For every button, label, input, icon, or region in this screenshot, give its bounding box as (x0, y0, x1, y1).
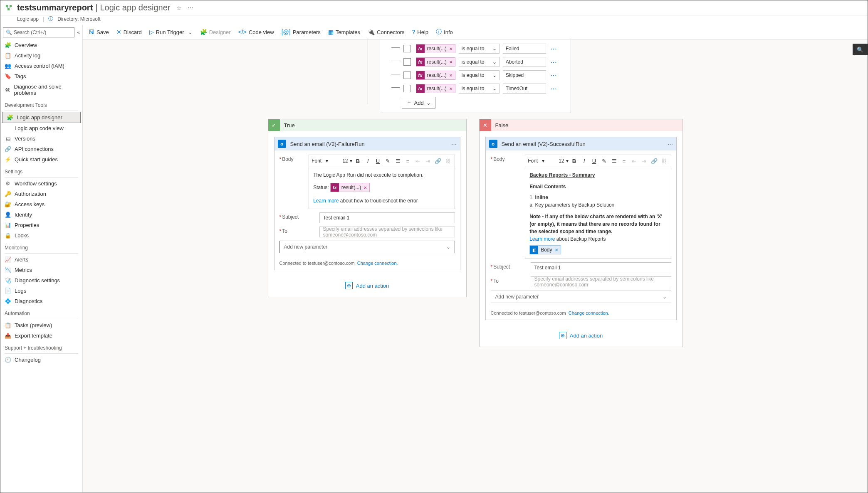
false-card-header[interactable]: o Send an email (V2)-SuccessfulRun ⋯ (486, 137, 676, 150)
highlight-icon[interactable]: ✎ (384, 157, 392, 165)
save-button[interactable]: 🖫Save (89, 29, 109, 35)
result-chip[interactable]: fx result(...) ✕ (416, 71, 455, 80)
sidebar-item-properties[interactable]: 📊Properties (0, 220, 82, 230)
numbers-icon[interactable]: ≡ (620, 157, 628, 165)
result-chip[interactable]: fx result(...) ✕ (330, 183, 370, 192)
change-connection-link[interactable]: Change connection. (357, 261, 398, 266)
remove-chip-icon[interactable]: ✕ (364, 185, 367, 191)
outdent-icon[interactable]: ⇤ (630, 157, 638, 165)
indent-icon[interactable]: ⇥ (640, 157, 648, 165)
font-select[interactable]: Font▾ (528, 158, 557, 164)
operator-select[interactable]: is equal to⌄ (459, 84, 500, 94)
sidebar-item-access-control-iam-[interactable]: 👥Access control (IAM) (0, 61, 82, 71)
discard-button[interactable]: ✕Discard (116, 29, 142, 35)
link-icon[interactable]: 🔗 (434, 157, 442, 165)
unlink-icon[interactable]: ⛓ (660, 157, 668, 165)
parameters-button[interactable]: [@]Parameters (282, 29, 321, 35)
italic-icon[interactable]: I (364, 157, 372, 165)
connectors-button[interactable]: 🔌Connectors (368, 29, 404, 35)
operator-select[interactable]: is equal to⌄ (459, 70, 500, 80)
false-branch-header[interactable]: ✕ False (480, 119, 683, 131)
favorite-icon[interactable]: ☆ (176, 5, 182, 11)
value-input[interactable]: Failed (503, 44, 546, 54)
numbers-icon[interactable]: ≡ (404, 157, 412, 165)
run-trigger-button[interactable]: ▷Run Trigger⌄ (149, 29, 193, 35)
search-input[interactable]: 🔍 Search (Ctrl+/) (3, 27, 74, 37)
add-action-true[interactable]: ⊕ Add an action (268, 276, 466, 297)
font-select[interactable]: Font▾ (312, 158, 341, 164)
collapse-sidebar-icon[interactable]: « (77, 30, 80, 35)
to-input[interactable]: Specify email addresses separated by sem… (531, 276, 671, 287)
sidebar-item-export-template[interactable]: 📤Export template (0, 330, 82, 341)
value-input[interactable]: Skipped (503, 70, 546, 80)
remove-chip-icon[interactable]: ✕ (449, 60, 453, 64)
bullets-icon[interactable]: ☰ (610, 157, 618, 165)
sidebar-item-diagnose-and-solve-problems[interactable]: 🛠Diagnose and solve problems (0, 81, 82, 98)
size-select[interactable]: 12▾ (559, 158, 568, 164)
highlight-icon[interactable]: ✎ (600, 157, 608, 165)
rte-content[interactable]: The Logic App Run did not execute to com… (309, 167, 454, 209)
help-button[interactable]: ?Help (412, 29, 429, 35)
sidebar-item-logic-app-code-view[interactable]: Logic app code view (0, 123, 82, 133)
code-view-button[interactable]: </>Code view (238, 29, 274, 35)
row-more-icon[interactable]: ⋯ (549, 71, 558, 79)
row-checkbox[interactable] (403, 45, 411, 52)
remove-chip-icon[interactable]: ✕ (449, 47, 453, 51)
sidebar-item-identity[interactable]: 👤Identity (0, 210, 82, 220)
row-checkbox[interactable] (403, 58, 411, 66)
size-select[interactable]: 12▾ (342, 158, 352, 164)
value-input[interactable]: TimedOut (503, 84, 546, 94)
sidebar-item-workflow-settings[interactable]: ⚙Workflow settings (0, 178, 82, 189)
add-parameter-dropdown[interactable]: Add new parameter ⌄ (491, 291, 671, 303)
subject-input[interactable]: Test email 1 (319, 212, 455, 223)
sidebar-item-versions[interactable]: 🗂Versions (0, 133, 82, 144)
result-chip[interactable]: fx result(...) ✕ (416, 57, 455, 67)
row-more-icon[interactable]: ⋯ (549, 58, 558, 66)
underline-icon[interactable]: U (590, 157, 598, 165)
sidebar-item-quick-start-guides[interactable]: ⚡Quick start guides (0, 154, 82, 165)
sidebar-item-changelog[interactable]: 🕘Changelog (0, 355, 82, 365)
add-parameter-dropdown[interactable]: Add new parameter ⌄ (279, 241, 455, 253)
rte-content[interactable]: Backup Reports - Summary Email Contents … (525, 167, 670, 259)
italic-icon[interactable]: I (580, 157, 589, 165)
remove-chip-icon[interactable]: ✕ (449, 73, 453, 78)
sidebar-item-tags[interactable]: 🔖Tags (0, 71, 82, 81)
add-action-false[interactable]: ⊕ Add an action (480, 326, 683, 347)
more-icon[interactable]: ⋯ (188, 5, 193, 11)
bold-icon[interactable]: B (570, 157, 579, 165)
add-condition-button[interactable]: ＋ Add ⌄ (402, 97, 435, 108)
result-chip[interactable]: fx result(...) ✕ (416, 84, 455, 93)
sidebar-item-overview[interactable]: 🧩Overview (0, 40, 82, 50)
row-checkbox[interactable] (403, 85, 411, 92)
sidebar-item-logic-app-designer[interactable]: 🧩Logic app designer (2, 112, 81, 123)
sidebar-item-tasks-preview-[interactable]: 📋Tasks (preview) (0, 320, 82, 330)
sidebar-item-authorization[interactable]: 🔑Authorization (0, 189, 82, 199)
underline-icon[interactable]: U (374, 157, 382, 165)
indent-icon[interactable]: ⇥ (424, 157, 432, 165)
sidebar-item-access-keys[interactable]: 🔐Access keys (0, 199, 82, 210)
row-more-icon[interactable]: ⋯ (549, 45, 558, 53)
subject-input[interactable]: Test email 1 (531, 262, 671, 273)
false-body-editor[interactable]: Font▾ 12▾ B I U ✎ ☰ ≡ ⇤ (525, 155, 671, 259)
result-chip[interactable]: fx result(...) ✕ (416, 44, 455, 53)
templates-button[interactable]: ▦Templates (328, 29, 360, 35)
bold-icon[interactable]: B (354, 157, 362, 165)
link-icon[interactable]: 🔗 (650, 157, 658, 165)
designer-button[interactable]: 🧩Designer (200, 29, 231, 35)
sidebar-item-alerts[interactable]: 📈Alerts (0, 254, 82, 265)
body-chip[interactable]: ◧ Body ✕ (529, 245, 561, 254)
true-card-header[interactable]: o Send an email (V2)-FailureRun ⋯ (274, 137, 460, 150)
info-button[interactable]: ⓘInfo (436, 28, 453, 36)
value-input[interactable]: Aborted (503, 57, 546, 67)
more-icon[interactable]: ⋯ (451, 141, 457, 147)
sidebar-item-api-connections[interactable]: 🔗API connections (0, 144, 82, 154)
sidebar-item-logs[interactable]: 📄Logs (0, 286, 82, 296)
operator-select[interactable]: is equal to⌄ (459, 44, 500, 54)
true-branch-header[interactable]: ✓ True (268, 119, 466, 131)
row-more-icon[interactable]: ⋯ (549, 85, 558, 93)
change-connection-link[interactable]: Change connection. (569, 311, 609, 316)
sidebar-item-metrics[interactable]: 📉Metrics (0, 265, 82, 275)
sidebar-item-activity-log[interactable]: 📋Activity log (0, 50, 82, 61)
row-checkbox[interactable] (403, 71, 411, 79)
to-input[interactable]: Specify email addresses separated by sem… (319, 227, 455, 237)
